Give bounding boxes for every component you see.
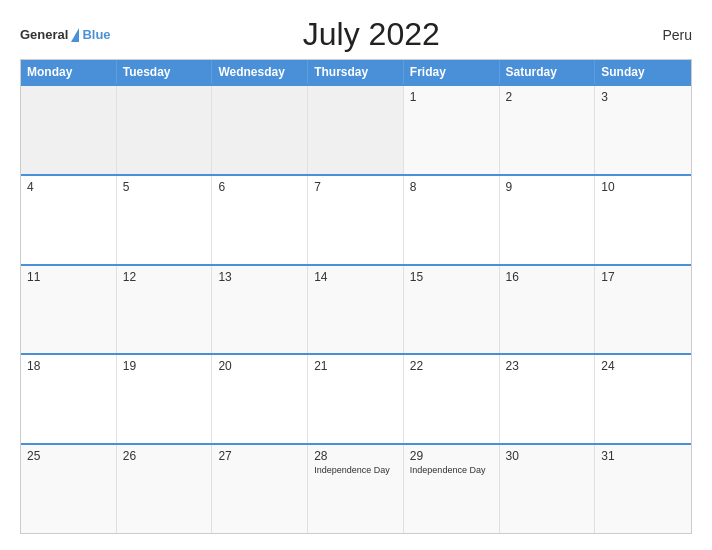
day-cell: 27 (212, 445, 308, 533)
country-label: Peru (632, 27, 692, 43)
day-event: Independence Day (410, 465, 493, 477)
day-number: 2 (506, 90, 589, 104)
day-number: 30 (506, 449, 589, 463)
week-row: 11121314151617 (21, 264, 691, 354)
day-cell: 19 (117, 355, 213, 443)
day-header-thursday: Thursday (308, 60, 404, 84)
day-cell: 17 (595, 266, 691, 354)
day-number: 13 (218, 270, 301, 284)
day-cell: 6 (212, 176, 308, 264)
day-cell: 23 (500, 355, 596, 443)
day-cell: 18 (21, 355, 117, 443)
week-row: 123 (21, 84, 691, 174)
day-cell: 21 (308, 355, 404, 443)
day-cell: 7 (308, 176, 404, 264)
day-cell (117, 86, 213, 174)
day-cell: 10 (595, 176, 691, 264)
day-cell: 2 (500, 86, 596, 174)
day-cell: 22 (404, 355, 500, 443)
day-cell (21, 86, 117, 174)
day-cell: 13 (212, 266, 308, 354)
week-row: 45678910 (21, 174, 691, 264)
day-header-sunday: Sunday (595, 60, 691, 84)
logo-triangle-icon (71, 28, 79, 42)
day-cell: 24 (595, 355, 691, 443)
day-cell (308, 86, 404, 174)
day-number: 24 (601, 359, 685, 373)
day-number: 16 (506, 270, 589, 284)
day-cell: 3 (595, 86, 691, 174)
calendar-header: General Blue July 2022 Peru (20, 16, 692, 53)
day-cell: 28Independence Day (308, 445, 404, 533)
day-number: 10 (601, 180, 685, 194)
day-event: Independence Day (314, 465, 397, 477)
day-number: 27 (218, 449, 301, 463)
day-cell: 9 (500, 176, 596, 264)
day-number: 12 (123, 270, 206, 284)
day-number: 1 (410, 90, 493, 104)
logo-general-text: General (20, 27, 68, 42)
day-number: 20 (218, 359, 301, 373)
day-number: 11 (27, 270, 110, 284)
day-header-monday: Monday (21, 60, 117, 84)
day-header-wednesday: Wednesday (212, 60, 308, 84)
day-cell: 11 (21, 266, 117, 354)
day-header-tuesday: Tuesday (117, 60, 213, 84)
day-cell (212, 86, 308, 174)
day-cell: 20 (212, 355, 308, 443)
day-cell: 5 (117, 176, 213, 264)
day-number: 19 (123, 359, 206, 373)
day-cell: 16 (500, 266, 596, 354)
day-number: 28 (314, 449, 397, 463)
day-number: 14 (314, 270, 397, 284)
week-row: 18192021222324 (21, 353, 691, 443)
day-number: 25 (27, 449, 110, 463)
day-number: 17 (601, 270, 685, 284)
day-cell: 14 (308, 266, 404, 354)
calendar-page: General Blue July 2022 Peru MondayTuesda… (0, 0, 712, 550)
day-cell: 29Independence Day (404, 445, 500, 533)
logo-blue-text: Blue (82, 27, 110, 42)
day-cell: 25 (21, 445, 117, 533)
day-cell: 26 (117, 445, 213, 533)
day-number: 18 (27, 359, 110, 373)
calendar-grid: MondayTuesdayWednesdayThursdayFridaySatu… (20, 59, 692, 534)
day-cell: 8 (404, 176, 500, 264)
logo: General Blue (20, 27, 111, 42)
day-number: 29 (410, 449, 493, 463)
weeks-container: 1234567891011121314151617181920212223242… (21, 84, 691, 533)
day-number: 21 (314, 359, 397, 373)
day-headers-row: MondayTuesdayWednesdayThursdayFridaySatu… (21, 60, 691, 84)
day-number: 31 (601, 449, 685, 463)
day-header-friday: Friday (404, 60, 500, 84)
day-cell: 30 (500, 445, 596, 533)
week-row: 25262728Independence Day29Independence D… (21, 443, 691, 533)
day-number: 9 (506, 180, 589, 194)
day-cell: 1 (404, 86, 500, 174)
day-number: 8 (410, 180, 493, 194)
day-number: 5 (123, 180, 206, 194)
day-cell: 12 (117, 266, 213, 354)
day-number: 6 (218, 180, 301, 194)
day-number: 22 (410, 359, 493, 373)
day-header-saturday: Saturday (500, 60, 596, 84)
day-number: 23 (506, 359, 589, 373)
day-number: 3 (601, 90, 685, 104)
day-number: 15 (410, 270, 493, 284)
calendar-title: July 2022 (111, 16, 632, 53)
day-cell: 15 (404, 266, 500, 354)
day-number: 4 (27, 180, 110, 194)
day-cell: 4 (21, 176, 117, 264)
day-number: 7 (314, 180, 397, 194)
day-cell: 31 (595, 445, 691, 533)
day-number: 26 (123, 449, 206, 463)
